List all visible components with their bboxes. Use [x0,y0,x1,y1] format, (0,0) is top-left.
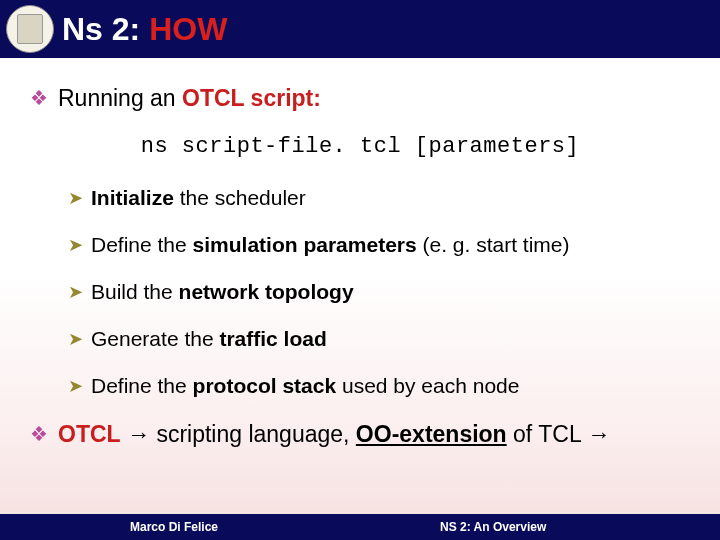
sb4-b1: protocol stack [193,374,337,397]
sb1-b1: simulation parameters [193,233,417,256]
sub-bullet-list: ➤ Initialize the scheduler ➤ Define the … [68,185,692,399]
bullet-running-otcl: ❖ Running an OTCL script: [30,84,692,112]
arrow-bullet-icon: ➤ [68,232,83,258]
title-part1: Ns 2: [62,11,149,47]
slide-body: ❖ Running an OTCL script: ns script-file… [0,58,720,448]
sub-text: Define the simulation parameters (e. g. … [91,232,570,258]
bullet-otcl-language: ❖ OTCL → scripting language, OO-extensio… [30,420,692,448]
sub-bullet-initialize: ➤ Initialize the scheduler [68,185,692,211]
sub-text: Define the protocol stack used by each n… [91,373,519,399]
sub-bullet-network-topology: ➤ Build the network topology [68,279,692,305]
sb3-pre: Generate the [91,327,219,350]
arrow-bullet-icon: ➤ [68,185,83,211]
sb4-mid: used by each node [336,374,519,397]
arrow-bullet-icon: ➤ [68,279,83,305]
sb4-pre: Define the [91,374,193,397]
footer-title: NS 2: An Overview [440,520,546,534]
slide-title: Ns 2: HOW [62,11,227,48]
diamond-bullet-icon: ❖ [30,84,48,112]
footer-bar: Marco Di Felice NS 2: An Overview [0,514,720,540]
sub-text: Generate the traffic load [91,326,327,352]
run-bold: OTCL script: [182,85,321,111]
otcl-post: of TCL → [507,421,611,447]
bullet-text: Running an OTCL script: [58,84,321,112]
footer-author: Marco Di Felice [130,520,218,534]
sb2-b1: network topology [179,280,354,303]
sb0-mid: the scheduler [174,186,306,209]
arrow-bullet-icon: ➤ [68,373,83,399]
arrow-bullet-icon: ➤ [68,326,83,352]
sb2-pre: Build the [91,280,179,303]
sub-bullet-protocol-stack: ➤ Define the protocol stack used by each… [68,373,692,399]
sub-text: Build the network topology [91,279,354,305]
slide: Ns 2: HOW ❖ Running an OTCL script: ns s… [0,0,720,540]
sb1-pre: Define the [91,233,193,256]
seal-inner-icon [17,14,43,44]
otcl-b2: OO-extension [356,421,507,447]
university-seal-icon [6,5,54,53]
sb0-b1: Initialize [91,186,174,209]
run-prefix: Running an [58,85,182,111]
sb1-mid: (e. g. start time) [417,233,570,256]
sb3-b1: traffic load [219,327,326,350]
title-part2: HOW [149,11,227,47]
otcl-mid: scripting language, [156,421,355,447]
diamond-bullet-icon: ❖ [30,420,48,448]
otcl-text: OTCL → scripting language, OO-extension … [58,420,610,448]
sub-text: Initialize the scheduler [91,185,306,211]
sub-bullet-simulation-params: ➤ Define the simulation parameters (e. g… [68,232,692,258]
title-bar: Ns 2: HOW [0,0,720,58]
command-line: ns script-file. tcl [parameters] [28,134,692,159]
sub-bullet-traffic-load: ➤ Generate the traffic load [68,326,692,352]
otcl-b1: OTCL [58,421,121,447]
otcl-arrow1: → [121,421,157,447]
